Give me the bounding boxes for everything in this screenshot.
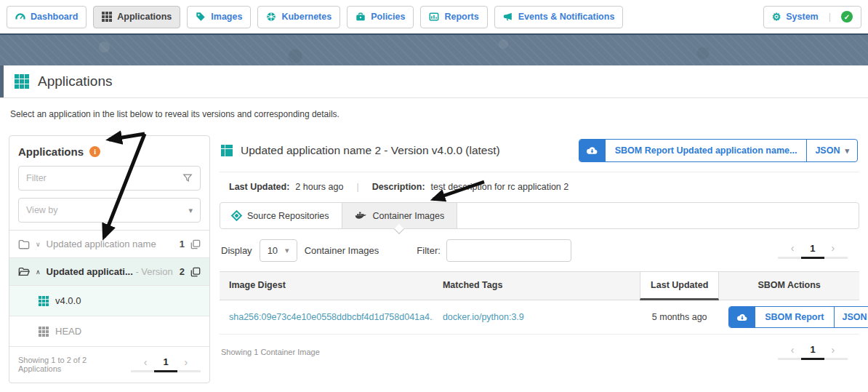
- nav-item-applications[interactable]: Applications: [93, 6, 180, 28]
- nav-item-label: Policies: [371, 12, 405, 22]
- json-label: JSON: [815, 145, 840, 156]
- version-count: 1: [180, 239, 185, 249]
- description-label: Description:: [372, 182, 425, 192]
- pager-prev-icon[interactable]: ‹: [791, 345, 795, 355]
- column-header-last-updated[interactable]: Last Updated: [640, 272, 719, 300]
- copy-icon[interactable]: [190, 239, 201, 249]
- version-label: HEAD: [55, 326, 81, 337]
- sidebar-view-by-select[interactable]: View by ▾: [18, 198, 201, 223]
- system-divider: |: [829, 12, 831, 22]
- policies-briefcase-icon: [355, 12, 366, 22]
- table-bottom-pager: ‹ 1 ›: [778, 344, 858, 360]
- chevron-down-icon: ▾: [188, 206, 193, 215]
- view-by-placeholder: View by: [26, 205, 188, 215]
- nav-item-label: Dashboard: [31, 12, 78, 22]
- json-label: JSON: [843, 312, 867, 322]
- display-unit-label: Container Images: [305, 245, 379, 256]
- nav-item-reports[interactable]: Reports: [420, 6, 487, 28]
- nav-item-label: Applications: [117, 12, 172, 22]
- description-value: test description for rc application 2: [431, 182, 569, 192]
- application-grid-icon: [221, 145, 233, 156]
- application-list: ∨ Updated application name 1 ∧ Updated a…: [9, 230, 209, 347]
- tab-label: Source Repositories: [247, 211, 329, 221]
- tab-container-images[interactable]: Container Images: [342, 203, 458, 228]
- sbom-report-button[interactable]: SBOM Report Updated application name...: [606, 140, 807, 161]
- application-version-suffix: - Version v4.0.0: [133, 266, 174, 277]
- chevron-down-icon: ▾: [285, 246, 289, 255]
- display-label: Display: [221, 245, 252, 256]
- column-header-image-digest[interactable]: Image Digest: [220, 272, 433, 300]
- table-pagination-summary: Showing 1 Container Image: [221, 348, 320, 356]
- pager-page-number[interactable]: 1: [810, 344, 815, 355]
- content-columns: Applications i View by ▾ ∨ Updated appli…: [0, 129, 868, 383]
- decorative-banner: [0, 35, 868, 65]
- row-sbom-report-button[interactable]: SBOM Report: [755, 307, 833, 327]
- pager-prev-icon[interactable]: ‹: [791, 243, 795, 253]
- cloud-download-icon[interactable]: [729, 307, 755, 327]
- page-header: Applications: [0, 65, 868, 98]
- sidebar-filter-input[interactable]: [26, 173, 182, 183]
- top-nav: Dashboard Applications Images Kubernetes…: [0, 0, 868, 35]
- nav-item-kubernetes[interactable]: Kubernetes: [257, 6, 340, 28]
- pager-next-icon[interactable]: ›: [185, 357, 188, 367]
- version-row-v400[interactable]: v4.0.0: [9, 286, 209, 316]
- display-count-select[interactable]: 10 ▾: [260, 239, 297, 262]
- cloud-download-icon[interactable]: [579, 140, 606, 161]
- tab-source-repositories[interactable]: Source Repositories: [220, 203, 342, 228]
- nav-item-label: Kubernetes: [281, 12, 331, 22]
- info-icon[interactable]: i: [89, 146, 100, 157]
- megaphone-icon: [503, 12, 513, 22]
- pager-scroll-track[interactable]: [778, 257, 848, 259]
- column-header-matched-tags[interactable]: Matched Tags: [433, 272, 640, 300]
- pager-prev-icon[interactable]: ‹: [144, 357, 148, 367]
- nav-item-policies[interactable]: Policies: [347, 6, 414, 28]
- copy-icon[interactable]: [190, 267, 201, 277]
- folder-open-icon: [18, 267, 30, 277]
- nav-item-label: System: [786, 12, 818, 22]
- detail-title: Updated application name 2 - Version v4.…: [241, 144, 500, 157]
- nav-item-system[interactable]: ⚙ System | ✓: [763, 6, 861, 28]
- sidebar-title: Applications: [18, 145, 84, 158]
- detail-tabs: Source Repositories Container Images: [220, 202, 859, 229]
- row-json-dropdown-button[interactable]: JSON ▾: [834, 307, 868, 327]
- nav-item-images[interactable]: Images: [187, 6, 251, 28]
- tab-label: Container Images: [373, 211, 445, 221]
- gear-icon: ⚙: [772, 12, 781, 22]
- pager-scroll-thumb[interactable]: [801, 257, 825, 259]
- table-controls: Display 10 ▾ Container Images Filter: ‹: [220, 239, 859, 271]
- chevron-down-icon: ▾: [845, 146, 849, 156]
- json-dropdown-button[interactable]: JSON ▾: [806, 140, 857, 161]
- pager-scroll-thumb[interactable]: [801, 358, 825, 360]
- display-count-value: 10: [268, 245, 278, 256]
- container-images-table: Image Digest Matched Tags Last Updated S…: [220, 271, 859, 335]
- detail-meta-row: Last Updated: 2 hours ago | Description:…: [220, 172, 859, 201]
- nav-item-events-notifications[interactable]: Events & Notifications: [494, 6, 624, 28]
- column-header-sbom-actions[interactable]: SBOM Actions: [719, 272, 859, 300]
- pager-scroll-track[interactable]: [131, 370, 201, 372]
- pager-next-icon[interactable]: ›: [832, 345, 835, 355]
- last-updated-label: Last Updated:: [229, 182, 289, 192]
- filter-funnel-icon: [182, 173, 193, 183]
- nav-item-dashboard[interactable]: Dashboard: [7, 6, 87, 28]
- application-name-text: Updated applicati...: [47, 266, 133, 277]
- image-digest-link[interactable]: sha256:09e73c4e10e0558ddbcbf4d1d758d041a…: [229, 312, 433, 322]
- version-row-head[interactable]: HEAD: [9, 316, 209, 347]
- last-updated-cell: 5 months ago: [640, 306, 719, 328]
- image-tag-icon: [196, 12, 206, 22]
- application-name: Updated application name: [47, 239, 174, 249]
- version-count: 2: [180, 266, 185, 277]
- pager-page-number[interactable]: 1: [810, 243, 815, 254]
- application-page: Dashboard Applications Images Kubernetes…: [0, 0, 868, 392]
- table-filter-input[interactable]: [446, 239, 571, 262]
- pager-scroll-track[interactable]: [778, 358, 848, 360]
- application-row-expanded[interactable]: ∧ Updated applicati... - Version v4.0.0 …: [9, 258, 209, 286]
- last-updated-value: 2 hours ago: [295, 182, 343, 192]
- pager-next-icon[interactable]: ›: [832, 243, 835, 253]
- system-health-check-icon: ✓: [841, 11, 853, 23]
- matched-tag-link[interactable]: docker.io/python:3.9: [443, 312, 524, 322]
- version-grid-icon: [39, 296, 49, 306]
- chevron-down-icon: ∨: [36, 241, 41, 248]
- pager-scroll-thumb[interactable]: [154, 370, 178, 372]
- application-row-collapsed[interactable]: ∨ Updated application name 1: [9, 231, 209, 258]
- pager-page-number[interactable]: 1: [163, 356, 168, 367]
